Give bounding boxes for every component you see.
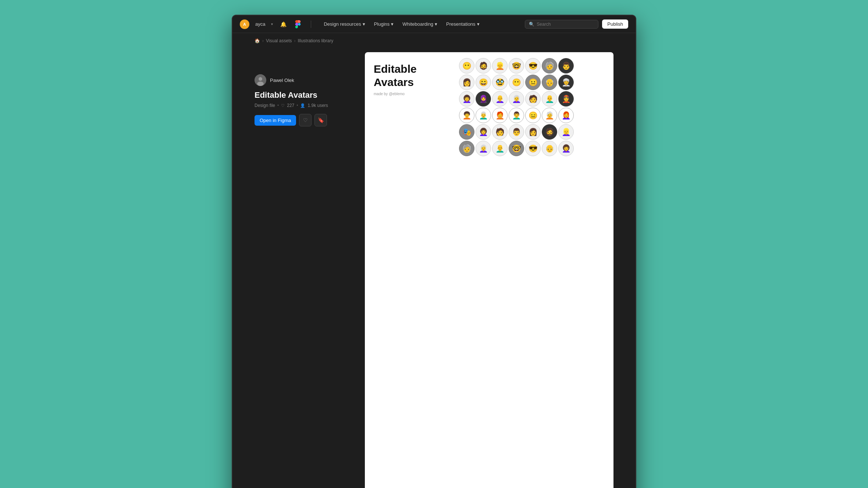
meta-sep-1: • (277, 103, 279, 108)
avatar-face: 🧓 (459, 141, 474, 156)
chevron-icon: ▾ (363, 21, 365, 27)
user-chevron-icon: ▾ (271, 22, 273, 26)
avatar-face: 👩‍🦱 (476, 124, 491, 140)
avatar-face: 👩‍🦳 (476, 141, 491, 156)
svg-point-2 (257, 82, 264, 86)
left-panel: Pawel Olek Editable Avatars Design file … (255, 52, 365, 488)
avatar-face: 👩 (525, 124, 541, 140)
nav-design-resources[interactable]: Design resources ▾ (320, 19, 369, 29)
nav-plugins[interactable]: Plugins ▾ (370, 19, 398, 29)
nav-divider (311, 21, 311, 28)
avatar-face: 👳 (558, 75, 574, 90)
avatar-face: 👱‍♀️ (558, 124, 574, 140)
avatar-face: 👨‍🦲 (542, 91, 557, 107)
heart-icon: ♡ (281, 103, 285, 108)
user-avatar[interactable]: A (240, 19, 249, 29)
content-area: Pawel Olek Editable Avatars Design file … (232, 49, 636, 488)
avatar-face: 🧑 (492, 124, 508, 140)
open-in-figma-button[interactable]: Open in Figma (255, 115, 296, 126)
preview-title: Editable Avatars (374, 62, 444, 89)
avatar-face: 👨‍🦲 (492, 141, 508, 156)
author-name[interactable]: Pawel Olek (270, 78, 294, 83)
notification-bell-icon[interactable]: 🔔 (280, 21, 287, 27)
nav-whiteboarding[interactable]: Whiteboarding ▾ (399, 19, 441, 29)
avatar-face: 👴 (542, 141, 557, 156)
file-type-label: Design file (255, 103, 275, 108)
search-box[interactable]: 🔍 (525, 20, 598, 29)
likes-count: 227 (287, 103, 294, 108)
chevron-icon: ▾ (477, 21, 480, 27)
avatar-face: 🧕 (476, 91, 491, 107)
avatar-face: 👴 (542, 75, 557, 90)
avatar-face: 😶 (459, 58, 474, 73)
author-avatar (255, 74, 266, 86)
search-input[interactable] (537, 22, 594, 27)
avatar-face: 👨 (558, 58, 574, 73)
avatar-face: 🧑 (525, 91, 541, 107)
avatar-face: 🧓 (542, 58, 557, 73)
preview-made-by: made by @eblemo (374, 92, 444, 96)
avatar-face: 👱 (492, 58, 508, 73)
author-row: Pawel Olek (255, 74, 365, 86)
like-button[interactable]: ♡ (299, 114, 312, 126)
main-preview: Editable Avatars made by @eblemo (365, 52, 613, 488)
avatar-face: 👩‍🦱 (558, 141, 574, 156)
bookmark-button[interactable]: 🔖 (314, 114, 327, 126)
action-buttons: Open in Figma ♡ 🔖 (255, 114, 365, 126)
nav-links: Design resources ▾ Plugins ▾ Whiteboardi… (320, 19, 519, 29)
search-icon: 🔍 (529, 22, 534, 27)
avatar-face: 😎 (525, 58, 541, 73)
preview-card: Editable Avatars made by @eblemo (365, 52, 613, 488)
avatar-face: 🧑‍🦱 (459, 108, 474, 123)
breadcrumb: 🏠 › Visual assets › Illustrations librar… (232, 33, 636, 49)
chevron-icon: ▾ (435, 21, 437, 27)
avatar-face: 🧑‍🦳 (542, 108, 557, 123)
avatar-face: 👩‍🦲 (492, 91, 508, 107)
breadcrumb-current: Illustrations library (298, 38, 333, 43)
preview-right: 😶 🧔 👱 🤓 😎 🧓 👨 👩 😄 🥸 😶 (453, 52, 613, 488)
avatar-face: 😄 (476, 75, 491, 90)
nav-presentations[interactable]: Presentations ▾ (442, 19, 483, 29)
avatar-face: 👩‍🦱 (459, 91, 474, 107)
avatar-face: 👩 (459, 75, 474, 90)
meta-sep-2: • (296, 103, 298, 108)
avatar-face: 😎 (525, 141, 541, 156)
svg-point-1 (259, 77, 262, 81)
navbar: A ayca ▾ 🔔 Design resources ▾ Plugins (232, 15, 636, 33)
figma-logo-icon (294, 20, 302, 28)
avatar-face: 🧔 (476, 58, 491, 73)
users-icon: 👤 (300, 103, 305, 108)
resource-title: Editable Avatars (255, 90, 365, 100)
avatar-face: 🧔 (542, 124, 557, 140)
avatar-face: 😐 (525, 75, 541, 90)
avatar-face: 😶 (509, 75, 524, 90)
avatar-face: 👩‍🦰 (558, 108, 574, 123)
avatar-face: 🧑‍🦰 (492, 108, 508, 123)
chevron-icon: ▾ (391, 21, 394, 27)
avatar-face: 👨 (509, 124, 524, 140)
avatar-grid: 😶 🧔 👱 🤓 😎 🧓 👨 👩 😄 🥸 😶 (459, 58, 574, 156)
avatar-face: 🤓 (509, 58, 524, 73)
avatar-face: 🤓 (509, 141, 524, 156)
nav-right: 🔍 Publish (525, 19, 628, 29)
avatar-face: 🥸 (492, 75, 508, 90)
users-count: 1.9k users (307, 103, 328, 108)
avatar-face: 👩‍🦳 (509, 91, 524, 107)
resource-meta: Design file • ♡ 227 • 👤 1.9k users (255, 103, 365, 108)
breadcrumb-sep-2: › (294, 38, 295, 43)
avatar-face: 👨‍🦱 (509, 108, 524, 123)
avatar-face: 👲 (558, 91, 574, 107)
breadcrumb-visual-assets[interactable]: Visual assets (266, 38, 292, 43)
avatar-face: 😑 (525, 108, 541, 123)
preview-left: Editable Avatars made by @eblemo (365, 52, 453, 488)
username-label[interactable]: ayca (255, 21, 265, 27)
avatar-face: 🎭 (459, 124, 474, 140)
breadcrumb-home[interactable]: 🏠 (255, 38, 260, 43)
avatar-face: 👨‍🦳 (476, 108, 491, 123)
publish-button[interactable]: Publish (602, 19, 628, 29)
breadcrumb-sep-1: › (262, 38, 264, 43)
